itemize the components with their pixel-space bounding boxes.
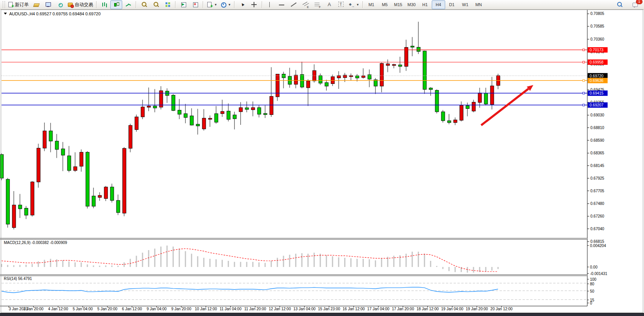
candle-body xyxy=(484,93,488,104)
time-label: 9 Jan 20:00 xyxy=(171,307,192,311)
line-chart-mode-button[interactable] xyxy=(122,0,134,9)
candle-body xyxy=(43,131,46,148)
price-tick-label: 0.67480 xyxy=(590,201,605,206)
chart-canvas[interactable]: AUDUSD-,H4 0.69527 0.69755 0.69484 0.697… xyxy=(0,10,644,313)
price-tick-label: 0.70585 xyxy=(590,24,605,28)
cursor-button[interactable] xyxy=(236,0,248,9)
price-tick-label: 0.70360 xyxy=(590,37,605,41)
textA-icon xyxy=(326,2,332,8)
autotrading-button-label: 自动交易 xyxy=(75,2,93,8)
fibonacci-button[interactable] xyxy=(311,0,323,9)
mt4-window: { "toolbar": { "groups": [ [ {"name":"ne… xyxy=(0,0,644,316)
hline-badge-label: 0.69207 xyxy=(590,103,604,107)
text-label-button[interactable] xyxy=(335,0,347,9)
grid-icon xyxy=(165,2,171,8)
radio-icon xyxy=(57,2,63,8)
time-label: 15 Jan 23:00 xyxy=(318,307,340,311)
search-icon xyxy=(616,2,623,8)
timeframe-mn-button[interactable]: MN xyxy=(472,0,485,9)
candle-body xyxy=(343,75,347,78)
hline-handle[interactable] xyxy=(583,104,585,106)
market-watch-button[interactable] xyxy=(42,0,54,9)
timeframe-h4-button[interactable]: H4 xyxy=(432,0,445,9)
zoom-out-button[interactable] xyxy=(150,0,162,9)
gold-button[interactable] xyxy=(30,0,42,9)
autotrading-button[interactable]: 自动交易 xyxy=(66,0,95,9)
search-button[interactable] xyxy=(613,0,625,9)
timeframe-d1-button[interactable]: D1 xyxy=(445,0,459,9)
bar-chart-mode-button[interactable] xyxy=(98,0,110,9)
price-tick-label: 0.69030 xyxy=(590,113,605,117)
tline-icon xyxy=(290,2,297,8)
time-label: 11 Jan 04:00 xyxy=(220,307,242,311)
timeframe-m1-button[interactable]: M1 xyxy=(365,0,378,9)
timeframe-w1-button[interactable]: W1 xyxy=(459,0,472,9)
candle-body xyxy=(116,200,120,213)
candle-body xyxy=(12,205,16,228)
vertical-line-button[interactable] xyxy=(264,0,276,9)
doc-plus-icon xyxy=(206,2,213,8)
chart-shift-button[interactable] xyxy=(189,0,201,9)
text-button[interactable] xyxy=(323,0,335,9)
timeframe-m30-button[interactable]: M30 xyxy=(405,0,418,9)
bars-icon xyxy=(102,2,108,8)
clock-icon xyxy=(220,2,226,8)
candle-body xyxy=(257,108,261,114)
candle-body xyxy=(25,208,28,215)
price-tick-label: 0.67925 xyxy=(590,176,605,180)
chart-window[interactable]: AUDUSD-,H4 0.69527 0.69755 0.69484 0.697… xyxy=(0,10,644,313)
hline-handle[interactable] xyxy=(583,92,585,94)
indicators-button[interactable]: ▼ xyxy=(205,0,219,9)
horizontal-line-button[interactable] xyxy=(276,0,288,9)
tile-windows-button[interactable] xyxy=(162,0,174,9)
candle-body xyxy=(239,108,243,112)
time-label: 13 Jan 04:00 xyxy=(293,307,316,311)
candle-body xyxy=(55,141,59,149)
candle-body xyxy=(178,110,181,115)
candle-body xyxy=(319,75,322,83)
candle-body xyxy=(86,152,89,206)
candlestick-mode-button[interactable] xyxy=(110,0,122,9)
hline-icon xyxy=(279,2,285,8)
periods-button[interactable]: ▼ xyxy=(219,0,233,9)
notifications-button[interactable]: 1 xyxy=(629,0,641,9)
time-label: 4 Jan 12:00 xyxy=(48,307,68,311)
hline-handle[interactable] xyxy=(583,61,585,63)
zoom-in-button[interactable] xyxy=(138,0,150,9)
arrows-button-dropdown-icon[interactable]: ▼ xyxy=(356,3,359,7)
macd-axis-label: 0.004204 xyxy=(590,244,606,248)
time-label: 20 Jan 12:00 xyxy=(490,307,513,311)
candle-body xyxy=(264,113,267,115)
candle-body xyxy=(294,75,298,84)
time-label: 12 Jan 12:00 xyxy=(269,307,291,311)
candle-body xyxy=(208,118,212,120)
price-tick-label: 0.67705 xyxy=(590,189,605,193)
candle-body xyxy=(196,124,200,126)
candle-body xyxy=(435,90,439,112)
candle-body xyxy=(454,120,457,123)
timeframe-m5-button[interactable]: M5 xyxy=(378,0,392,9)
channel-button[interactable] xyxy=(300,0,311,9)
indicators-button-dropdown-icon[interactable]: ▼ xyxy=(214,3,217,7)
hline-handle[interactable] xyxy=(583,80,585,82)
hline-badge-label: 0.69958 xyxy=(590,60,604,64)
trendline-button[interactable] xyxy=(288,0,300,9)
hline-badge-label: 0.70173 xyxy=(590,48,604,52)
hline-handle[interactable] xyxy=(583,49,585,51)
chart-arrow-icon xyxy=(180,2,187,8)
new-order-button[interactable]: 新订单 xyxy=(6,0,30,9)
fibo-icon xyxy=(314,2,320,8)
crosshair-button[interactable] xyxy=(248,0,260,9)
signals-button[interactable] xyxy=(54,0,66,9)
candle-body xyxy=(356,76,359,78)
candle-body xyxy=(417,47,420,51)
candle-body xyxy=(447,121,451,123)
candle-body xyxy=(405,47,408,67)
auto-scroll-button[interactable] xyxy=(177,0,189,9)
timeframe-h1-button[interactable]: H1 xyxy=(418,0,432,9)
price-tick-label: 0.68145 xyxy=(590,164,605,168)
periods-button-dropdown-icon[interactable]: ▼ xyxy=(228,3,231,7)
timeframe-m15-button[interactable]: M15 xyxy=(392,0,405,9)
arrows-button[interactable]: ▼ xyxy=(347,0,361,9)
price-tick-label: 0.68590 xyxy=(590,138,605,142)
